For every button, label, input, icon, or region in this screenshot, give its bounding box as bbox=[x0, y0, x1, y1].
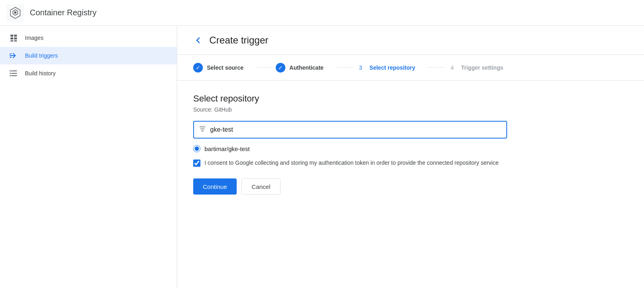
step-3-num: 3 bbox=[356, 63, 365, 73]
source-label: Source: GitHub bbox=[193, 106, 628, 113]
step-3: 3 Select repository bbox=[356, 63, 425, 73]
search-box: gke-test bbox=[193, 121, 507, 139]
content-area: Create trigger ✓ Select source ✓ Authent… bbox=[177, 26, 644, 288]
page-title: Create trigger bbox=[209, 35, 268, 46]
sidebar-item-build-triggers-label: Build triggers bbox=[25, 52, 58, 59]
sidebar-item-build-triggers[interactable]: Build triggers bbox=[0, 47, 177, 64]
sidebar-item-images[interactable]: Images bbox=[0, 29, 177, 47]
step-divider-2 bbox=[336, 67, 353, 68]
container-registry-logo bbox=[6, 4, 24, 22]
svg-rect-4 bbox=[10, 35, 13, 37]
search-input[interactable]: gke-test bbox=[210, 126, 502, 133]
step-4-label: Trigger settings bbox=[461, 64, 503, 71]
consent-area: I consent to Google collecting and stori… bbox=[193, 159, 507, 167]
cancel-button[interactable]: Cancel bbox=[242, 178, 281, 195]
main-layout: Images Build triggers bbox=[0, 26, 644, 288]
arrow-right-icon bbox=[10, 52, 18, 60]
step-4: 4 Trigger settings bbox=[447, 63, 513, 73]
svg-point-17 bbox=[10, 70, 11, 72]
step-3-label: Select repository bbox=[369, 64, 415, 71]
svg-rect-8 bbox=[10, 40, 13, 41]
continue-button[interactable]: Continue bbox=[193, 178, 237, 195]
svg-point-3 bbox=[14, 11, 17, 14]
filter-icon bbox=[199, 125, 206, 135]
wizard-header: Create trigger bbox=[177, 26, 644, 55]
svg-rect-5 bbox=[14, 35, 17, 37]
steps-bar: ✓ Select source ✓ Authenticate 3 Select … bbox=[177, 55, 644, 81]
consent-checkbox[interactable] bbox=[193, 160, 200, 167]
step-1: ✓ Select source bbox=[193, 63, 253, 73]
step-2-label: Authenticate bbox=[289, 64, 324, 71]
top-header: Container Registry bbox=[0, 0, 644, 26]
step-1-check: ✓ bbox=[193, 63, 203, 73]
logo-area: Container Registry bbox=[6, 4, 184, 22]
svg-point-19 bbox=[10, 75, 11, 77]
sidebar-item-build-history-label: Build history bbox=[25, 70, 56, 77]
repo-radio[interactable] bbox=[193, 145, 200, 152]
radio-option[interactable]: bartimar/gke-test bbox=[193, 145, 628, 152]
button-row: Continue Cancel bbox=[193, 178, 628, 195]
svg-rect-6 bbox=[10, 37, 13, 39]
app-title: Container Registry bbox=[30, 8, 97, 17]
step-divider-1 bbox=[256, 67, 272, 68]
step-4-num: 4 bbox=[447, 63, 457, 73]
back-button[interactable] bbox=[193, 35, 203, 45]
step-2: ✓ Authenticate bbox=[276, 63, 333, 73]
step-2-check: ✓ bbox=[276, 63, 285, 73]
sidebar: Images Build triggers bbox=[0, 26, 177, 288]
list-icon bbox=[10, 69, 18, 77]
svg-rect-7 bbox=[14, 37, 17, 39]
step-1-label: Select source bbox=[207, 64, 244, 71]
sidebar-item-images-label: Images bbox=[25, 35, 43, 41]
grid-icon bbox=[10, 34, 18, 42]
step-divider-3 bbox=[428, 67, 444, 68]
content-body: Select repository Source: GitHub gke-tes… bbox=[177, 81, 644, 207]
section-title: Select repository bbox=[193, 93, 628, 104]
consent-text: I consent to Google collecting and stori… bbox=[204, 159, 499, 167]
svg-rect-9 bbox=[14, 40, 17, 41]
svg-point-18 bbox=[10, 73, 11, 74]
sidebar-item-build-history[interactable]: Build history bbox=[0, 64, 177, 82]
radio-label: bartimar/gke-test bbox=[204, 145, 250, 152]
